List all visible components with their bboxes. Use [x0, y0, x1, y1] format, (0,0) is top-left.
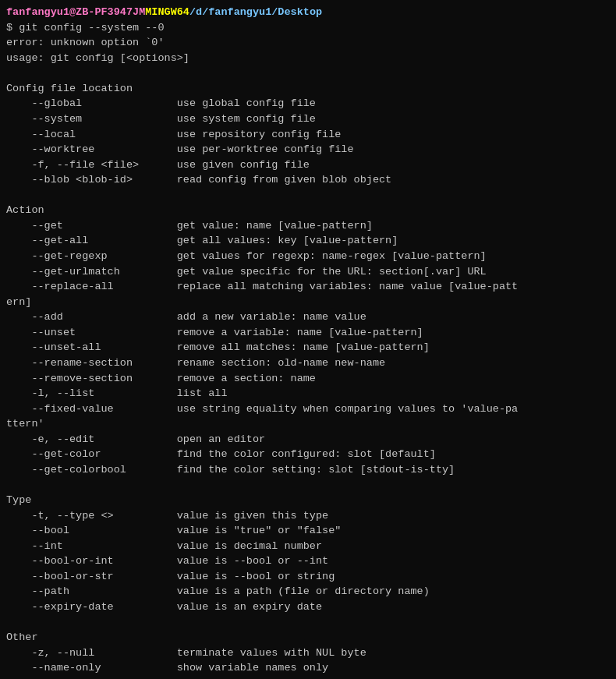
- command-line: $ git config --system --0: [6, 20, 610, 36]
- error-line2: usage: git config [<options>]: [6, 51, 610, 66]
- help-content: Config file location --global use global…: [6, 65, 610, 679]
- path-label: /d/fanfangyu1/Desktop: [189, 5, 322, 20]
- user-host: fanfangyu1@ZB-PF3947JM: [6, 5, 145, 20]
- prompt-line: fanfangyu1@ZB-PF3947JM MINGW64 /d/fanfan…: [6, 5, 610, 20]
- mingw-label: MINGW64: [145, 5, 189, 20]
- terminal-window: fanfangyu1@ZB-PF3947JM MINGW64 /d/fanfan…: [6, 5, 610, 679]
- error-line1: error: unknown option `0': [6, 35, 610, 51]
